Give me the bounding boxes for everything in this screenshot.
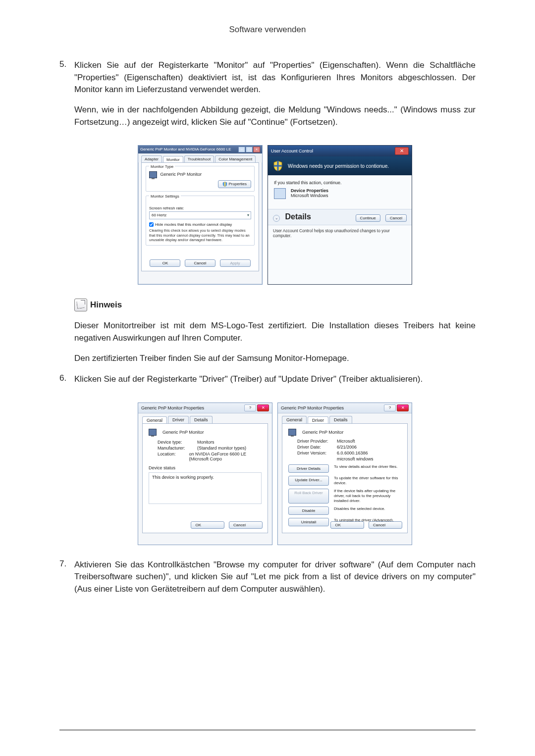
monitor-type-group: Monitor Type <box>149 164 175 169</box>
uac-details-link[interactable]: Details <box>285 212 311 221</box>
uac-started-text: If you started this action, continue. <box>274 180 406 185</box>
note-label: Hinweis <box>90 300 122 310</box>
shield-icon <box>222 182 227 187</box>
uac-close-button[interactable]: ✕ <box>395 147 409 155</box>
close-button[interactable]: ✕ <box>257 404 269 411</box>
cancel-button[interactable]: Cancel <box>369 521 402 529</box>
details-expand-icon[interactable]: ⌄ <box>273 215 280 222</box>
uninstall-button[interactable]: Uninstall <box>288 518 329 526</box>
tab-details[interactable]: Details <box>329 416 352 423</box>
step5-para1: Klicken Sie auf der Registerkarte "Monit… <box>74 59 476 96</box>
monitor-name: Generic PnP Monitor <box>160 172 202 177</box>
disable-button[interactable]: Disable <box>288 506 329 515</box>
uac-dialog: User Account Control ✕ Windows needs you… <box>268 145 412 285</box>
uac-footer-text: User Account Control helps stop unauthor… <box>268 225 412 241</box>
hide-modes-hint: Clearing this check box allows you to se… <box>149 228 251 242</box>
tab-general[interactable]: General <box>282 416 307 423</box>
driver-details-button[interactable]: Driver Details <box>288 464 329 473</box>
uac-cancel-button[interactable]: Cancel <box>385 214 407 222</box>
hide-modes-checkbox[interactable]: Hide modes that this monitor cannot disp… <box>149 222 251 227</box>
monitor-icon <box>149 429 157 436</box>
continue-button[interactable]: Continue <box>356 214 380 222</box>
monitor-icon <box>149 171 157 178</box>
step7-number: 7. <box>59 559 74 604</box>
device-properties-driver-dialog: Generic PnP Monitor Properties ? ✕ Gener… <box>277 403 412 545</box>
step7-para1: Aktivieren Sie das Kontrollkästchen "Bro… <box>74 559 476 596</box>
program-icon <box>274 188 286 199</box>
tab-color-management[interactable]: Color Management <box>215 155 256 162</box>
dialog-title: Generic PnP Monitor Properties <box>281 405 344 410</box>
minimize-button[interactable]: – <box>238 147 245 152</box>
note-para1: Dieser Monitortreiber ist mit dem MS-Log… <box>74 320 476 344</box>
tab-troubleshoot[interactable]: Troubleshoot <box>184 155 214 162</box>
tab-adapter[interactable]: Adapter <box>141 155 162 162</box>
tab-driver[interactable]: Driver <box>168 416 189 423</box>
refresh-rate-label: Screen refresh rate: <box>149 206 251 210</box>
uac-item-publisher: Microsoft Windows <box>291 193 328 198</box>
device-name: Generic PnP Monitor <box>162 430 204 435</box>
maximize-button[interactable]: □ <box>246 147 253 152</box>
ok-button[interactable]: OK <box>150 259 180 267</box>
tab-general[interactable]: General <box>142 416 167 424</box>
close-button[interactable]: ✕ <box>397 404 409 411</box>
update-driver-button[interactable]: Update Driver... <box>288 476 329 486</box>
ok-button[interactable]: OK <box>191 521 224 529</box>
device-name: Generic PnP Monitor <box>302 430 343 435</box>
monitor-settings-group: Monitor Settings <box>149 194 181 199</box>
tab-driver[interactable]: Driver <box>308 416 328 424</box>
cancel-button[interactable]: Cancel <box>229 521 263 529</box>
help-button[interactable]: ? <box>244 404 256 411</box>
note-icon <box>74 299 87 311</box>
step6-number: 6. <box>59 373 74 394</box>
step5-number: 5. <box>59 59 74 136</box>
cancel-button[interactable]: Cancel <box>185 259 215 267</box>
close-button[interactable]: × <box>253 147 260 152</box>
properties-button[interactable]: Properties <box>218 180 251 188</box>
step6-para1: Klicken Sie auf der Registerkarte "Drive… <box>74 373 476 386</box>
note-para2: Den zertifizierten Treiber finden Sie au… <box>74 353 476 365</box>
shield-icon <box>273 160 283 171</box>
device-status-label: Device status <box>149 465 262 470</box>
monitor-properties-dialog: Generic PnP Monitor and NVIDIA GeForce 6… <box>138 145 263 285</box>
step5-para2: Wenn, wie in der nachfolgenden Abbildung… <box>74 104 476 128</box>
dialog-title: Generic PnP Monitor and NVIDIA GeForce 6… <box>140 146 238 153</box>
monitor-icon <box>288 429 296 436</box>
apply-button[interactable]: Apply <box>220 259 251 267</box>
uac-heading: Windows needs your permission to contion… <box>288 163 389 169</box>
tab-monitor[interactable]: Monitor <box>163 156 183 163</box>
dialog-title: Generic PnP Monitor Properties <box>141 405 204 410</box>
help-button[interactable]: ? <box>384 404 396 411</box>
uac-title: User Account Control <box>271 149 313 153</box>
ok-button[interactable]: OK <box>330 521 364 529</box>
device-status-box: This device is working properly. <box>149 472 262 504</box>
rollback-driver-button[interactable]: Roll Back Driver <box>288 489 329 504</box>
page-title: Software verwenden <box>59 25 476 35</box>
uac-item-title: Device Properties <box>291 188 328 193</box>
tab-details[interactable]: Details <box>190 416 213 423</box>
device-properties-general-dialog: Generic PnP Monitor Properties ? ✕ Gener… <box>138 403 272 545</box>
refresh-rate-select[interactable]: 60 Hertz <box>149 211 251 219</box>
